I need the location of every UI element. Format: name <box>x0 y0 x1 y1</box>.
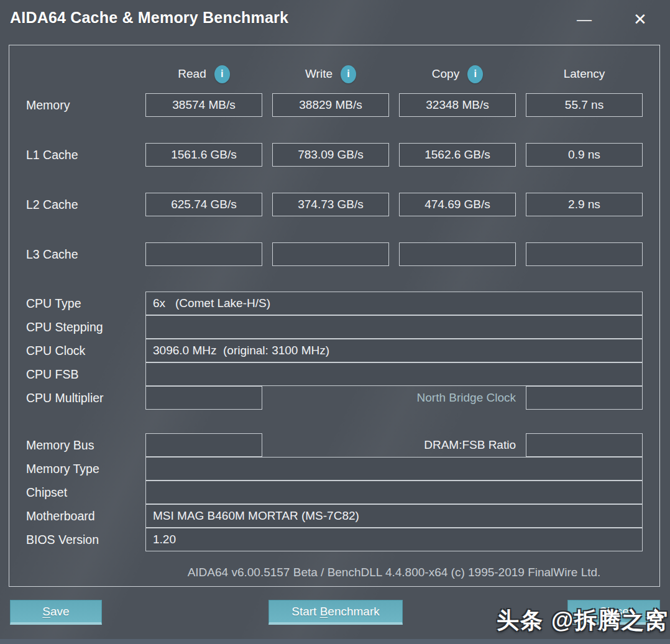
row-label-l2-cache: L2 Cache <box>26 193 78 216</box>
l1-copy-value: 1562.6 GB/s <box>399 143 516 167</box>
row-label-bios-version: BIOS Version <box>26 528 99 551</box>
cpu-clock-value: 3096.0 MHz (original: 3100 MHz) <box>145 339 643 362</box>
column-header-copy: Copy i <box>399 62 516 86</box>
row-label-l3-cache: L3 Cache <box>26 242 78 266</box>
memory-bus-value <box>145 433 262 457</box>
row-label-memory-bus: Memory Bus <box>26 433 94 457</box>
motherboard-value: MSI MAG B460M MORTAR (MS-7C82) <box>145 504 643 528</box>
row-label-cpu-stepping: CPU Stepping <box>26 315 103 339</box>
close-window-button[interactable]: ✕ <box>626 7 654 31</box>
dram-fsb-ratio-value <box>526 433 643 457</box>
minimize-icon: — <box>577 11 592 28</box>
cpu-type-value: 6x (Comet Lake-H/S) <box>145 292 643 315</box>
row-label-memory-type: Memory Type <box>26 457 99 481</box>
row-label-l1-cache: L1 Cache <box>26 143 78 167</box>
row-label-cpu-multiplier: CPU Multiplier <box>26 386 104 410</box>
cpu-multiplier-value <box>145 386 262 410</box>
save-button[interactable]: Save <box>10 600 102 625</box>
l2-latency-value: 2.9 ns <box>526 193 643 216</box>
watermark-text: 头条 @拆腾之窝 <box>497 605 669 636</box>
l3-read-value <box>145 242 262 266</box>
cpu-fsb-value <box>145 362 643 386</box>
l1-read-value: 1561.6 GB/s <box>145 143 262 167</box>
row-label-cpu-clock: CPU Clock <box>26 339 85 362</box>
chipset-value <box>145 481 643 504</box>
info-icon[interactable]: i <box>341 65 356 83</box>
column-header-copy-label: Copy <box>432 67 459 81</box>
memory-write-value: 38829 MB/s <box>272 93 389 117</box>
bottom-edge-strip <box>0 639 670 644</box>
l2-copy-value: 474.69 GB/s <box>399 193 516 216</box>
memory-type-value <box>145 457 643 481</box>
l3-copy-value <box>399 242 516 266</box>
north-bridge-clock-value <box>526 386 643 410</box>
column-header-read-label: Read <box>178 67 206 81</box>
row-label-cpu-fsb: CPU FSB <box>26 362 79 386</box>
window-title: AIDA64 Cache & Memory Benchmark <box>10 9 288 27</box>
l1-write-value: 783.09 GB/s <box>272 143 389 167</box>
l2-write-value: 374.73 GB/s <box>272 193 389 216</box>
aida64-benchmark-window: { "window": { "title": "AIDA64 Cache & M… <box>0 0 670 644</box>
info-icon[interactable]: i <box>214 65 230 83</box>
column-header-latency-label: Latency <box>564 67 605 81</box>
column-header-read: Read i <box>145 62 262 86</box>
memory-latency-value: 55.7 ns <box>526 93 643 117</box>
l3-latency-value <box>526 242 643 266</box>
memory-copy-value: 32348 MB/s <box>399 93 516 117</box>
l2-read-value: 625.74 GB/s <box>145 193 262 216</box>
row-label-memory: Memory <box>26 93 70 117</box>
cpu-stepping-value <box>145 315 643 339</box>
close-icon: ✕ <box>633 10 647 29</box>
column-header-write-label: Write <box>305 67 333 81</box>
row-label-chipset: Chipset <box>26 481 67 504</box>
bios-version-value: 1.20 <box>145 528 643 551</box>
memory-read-value: 38574 MB/s <box>145 93 262 117</box>
l3-write-value <box>272 242 389 266</box>
info-icon[interactable]: i <box>467 65 483 83</box>
column-header-latency: Latency <box>526 62 643 86</box>
row-label-cpu-type: CPU Type <box>26 292 81 315</box>
north-bridge-clock-label: North Bridge Clock <box>272 386 522 410</box>
version-info-text: AIDA64 v6.00.5157 Beta / BenchDLL 4.4.80… <box>145 563 643 582</box>
column-header-write: Write i <box>272 62 389 86</box>
dram-fsb-ratio-label: DRAM:FSB Ratio <box>272 433 522 457</box>
minimize-button[interactable]: — <box>571 7 598 31</box>
row-label-motherboard: Motherboard <box>26 504 95 528</box>
l1-latency-value: 0.9 ns <box>526 143 643 167</box>
start-benchmark-button[interactable]: Start Benchmark <box>268 600 403 625</box>
